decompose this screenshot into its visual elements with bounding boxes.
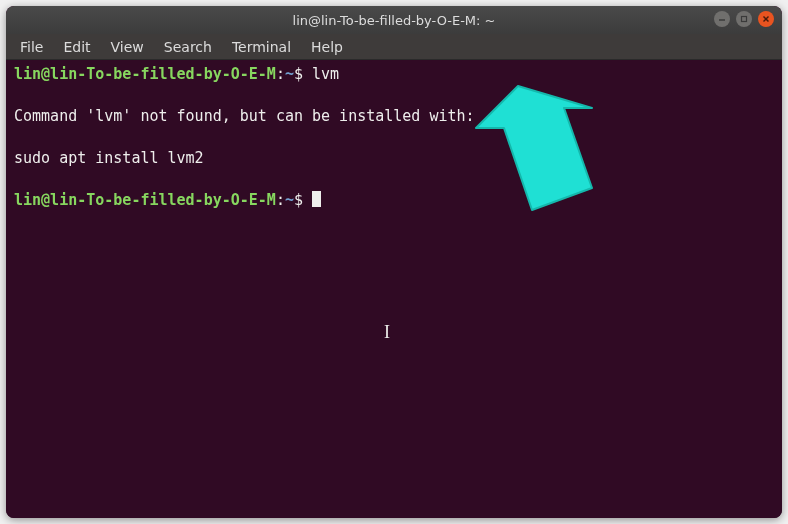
text-caret-icon: I bbox=[384, 322, 390, 343]
prompt-symbol: $ bbox=[294, 191, 303, 209]
prompt-user-host: lin@lin-To-be-filled-by-O-E-M bbox=[14, 191, 276, 209]
menu-file[interactable]: File bbox=[10, 35, 53, 59]
minimize-button[interactable] bbox=[714, 11, 730, 27]
prompt-symbol: $ bbox=[294, 65, 303, 83]
minimize-icon bbox=[717, 14, 727, 24]
command-1: lvm bbox=[312, 65, 339, 83]
terminal-content[interactable]: lin@lin-To-be-filled-by-O-E-M:~$ lvm Com… bbox=[6, 60, 782, 518]
blank-line bbox=[14, 85, 774, 106]
titlebar: lin@lin-To-be-filled-by-O-E-M: ~ bbox=[6, 6, 782, 34]
svg-rect-1 bbox=[742, 17, 747, 22]
prompt-path: ~ bbox=[285, 65, 294, 83]
menu-search[interactable]: Search bbox=[154, 35, 222, 59]
menu-help[interactable]: Help bbox=[301, 35, 353, 59]
maximize-button[interactable] bbox=[736, 11, 752, 27]
menu-view[interactable]: View bbox=[101, 35, 154, 59]
prompt-line-2: lin@lin-To-be-filled-by-O-E-M:~$ bbox=[14, 190, 774, 211]
close-button[interactable] bbox=[758, 11, 774, 27]
cursor-icon bbox=[312, 191, 321, 207]
window-controls bbox=[714, 11, 774, 27]
prompt-line-1: lin@lin-To-be-filled-by-O-E-M:~$ lvm bbox=[14, 64, 774, 85]
menu-edit[interactable]: Edit bbox=[53, 35, 100, 59]
terminal-window: lin@lin-To-be-filled-by-O-E-M: ~ File Ed… bbox=[6, 6, 782, 518]
menubar: File Edit View Search Terminal Help bbox=[6, 34, 782, 60]
window-title: lin@lin-To-be-filled-by-O-E-M: ~ bbox=[293, 13, 496, 28]
close-icon bbox=[761, 14, 771, 24]
blank-line bbox=[14, 127, 774, 148]
output-line-2: sudo apt install lvm2 bbox=[14, 148, 774, 169]
maximize-icon bbox=[739, 14, 749, 24]
menu-terminal[interactable]: Terminal bbox=[222, 35, 301, 59]
blank-line bbox=[14, 169, 774, 190]
prompt-path: ~ bbox=[285, 191, 294, 209]
output-line-1: Command 'lvm' not found, but can be inst… bbox=[14, 106, 774, 127]
prompt-user-host: lin@lin-To-be-filled-by-O-E-M bbox=[14, 65, 276, 83]
